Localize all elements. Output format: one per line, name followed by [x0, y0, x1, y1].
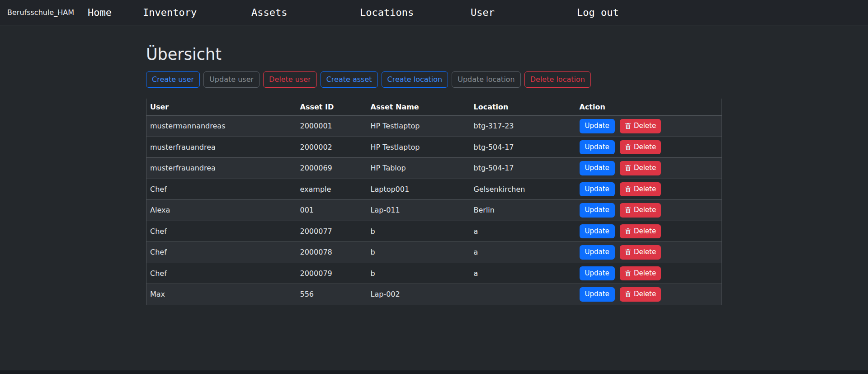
delete-button[interactable]: Delete — [620, 224, 661, 239]
trash-icon — [625, 228, 631, 235]
cell-user: Chef — [146, 179, 297, 200]
cell-user: musterfrauandrea — [146, 158, 297, 179]
cell-user: Chef — [146, 263, 297, 284]
nav-item-assets[interactable]: Assets — [251, 7, 360, 18]
delete-button[interactable]: Delete — [620, 245, 661, 260]
cell-location: Gelsenkirchen — [470, 179, 576, 200]
delete-button[interactable]: Delete — [620, 287, 661, 302]
trash-icon — [625, 249, 631, 256]
table-body: mustermannandreas 2000001 HP Testlaptop … — [146, 116, 722, 305]
delete-user-button[interactable]: Delete user — [263, 71, 317, 88]
update-button[interactable]: Update — [580, 119, 615, 133]
delete-button-label: Delete — [634, 185, 656, 194]
column-header-location: Location — [470, 99, 576, 116]
delete-location-button[interactable]: Delete location — [524, 71, 591, 88]
bottom-edge-strip — [0, 370, 868, 374]
assets-table: User Asset ID Asset Name Location Action… — [146, 99, 722, 305]
cell-location: a — [470, 242, 576, 263]
delete-button-label: Delete — [634, 122, 656, 131]
delete-button-label: Delete — [634, 248, 656, 257]
update-button[interactable]: Update — [580, 245, 615, 260]
cell-asset-id: 2000001 — [297, 116, 367, 137]
cell-location: a — [470, 263, 576, 284]
delete-button-label: Delete — [634, 269, 656, 278]
nav-item-user[interactable]: User — [471, 7, 577, 18]
update-button[interactable]: Update — [580, 266, 615, 281]
cell-location: Berlin — [470, 200, 576, 221]
delete-button[interactable]: Delete — [620, 161, 661, 175]
update-button[interactable]: Update — [580, 140, 615, 155]
table-row: musterfrauandrea 2000069 HP Tablop btg-5… — [146, 158, 722, 179]
nav-item-locations[interactable]: Locations — [360, 7, 471, 18]
create-asset-button[interactable]: Create asset — [321, 71, 378, 88]
nav-item-logout[interactable]: Log out — [577, 7, 619, 18]
cell-action: Update Delete — [576, 263, 722, 284]
delete-button-label: Delete — [634, 143, 656, 152]
table-row: Chef 2000078 b a Update Delete — [146, 242, 722, 263]
cell-asset-id: 2000002 — [297, 137, 367, 158]
table-row: Chef example Laptop001 Gelsenkirchen Upd… — [146, 179, 722, 200]
table-row: Chef 2000077 b a Update Delete — [146, 221, 722, 242]
trash-icon — [625, 165, 631, 171]
delete-button-label: Delete — [634, 164, 656, 173]
delete-button[interactable]: Delete — [620, 203, 661, 218]
cell-asset-name: Lap-011 — [367, 200, 470, 221]
update-button[interactable]: Update — [580, 182, 615, 197]
cell-asset-name: HP Testlaptop — [367, 116, 470, 137]
cell-asset-id: 2000079 — [297, 263, 367, 284]
update-location-button[interactable]: Update location — [452, 71, 521, 88]
table-row: musterfrauandrea 2000002 HP Testlaptop b… — [146, 137, 722, 158]
cell-asset-id: 2000069 — [297, 158, 367, 179]
cell-user: Alexa — [146, 200, 297, 221]
create-user-button[interactable]: Create user — [146, 71, 200, 88]
column-header-action: Action — [576, 99, 722, 116]
cell-user: musterfrauandrea — [146, 137, 297, 158]
page-title: Übersicht — [146, 45, 722, 63]
navbar-brand[interactable]: Berufsschule_HAM — [7, 8, 74, 17]
cell-asset-name: HP Testlaptop — [367, 137, 470, 158]
delete-button-label: Delete — [634, 290, 656, 299]
cell-location: a — [470, 221, 576, 242]
cell-asset-name: b — [367, 263, 470, 284]
update-button[interactable]: Update — [580, 203, 615, 218]
create-location-button[interactable]: Create location — [382, 71, 448, 88]
update-user-button[interactable]: Update user — [203, 71, 259, 88]
cell-user: mustermannandreas — [146, 116, 297, 137]
delete-button[interactable]: Delete — [620, 119, 661, 133]
update-button[interactable]: Update — [580, 224, 615, 239]
delete-button-label: Delete — [634, 227, 656, 236]
cell-action: Update Delete — [576, 200, 722, 221]
cell-asset-id: 001 — [297, 200, 367, 221]
column-header-asset-name: Asset Name — [367, 99, 470, 116]
trash-icon — [625, 186, 631, 193]
table-row: mustermannandreas 2000001 HP Testlaptop … — [146, 116, 722, 137]
cell-action: Update Delete — [576, 284, 722, 305]
trash-icon — [625, 207, 631, 213]
delete-button[interactable]: Delete — [620, 266, 661, 281]
delete-button[interactable]: Delete — [620, 182, 661, 197]
cell-action: Update Delete — [576, 158, 722, 179]
update-button[interactable]: Update — [580, 287, 615, 302]
table-header-row: User Asset ID Asset Name Location Action — [146, 99, 722, 116]
nav-item-home[interactable]: Home — [88, 7, 143, 18]
cell-asset-id: 2000077 — [297, 221, 367, 242]
toolbar: Create user Update user Delete user Crea… — [146, 71, 722, 88]
cell-action: Update Delete — [576, 137, 722, 158]
navbar: Berufsschule_HAM Home Inventory Assets L… — [0, 0, 868, 25]
cell-location: btg-504-17 — [470, 137, 576, 158]
table-header: User Asset ID Asset Name Location Action — [146, 99, 722, 116]
cell-user: Max — [146, 284, 297, 305]
cell-asset-name: Laptop001 — [367, 179, 470, 200]
table-row: Chef 2000079 b a Update Delete — [146, 263, 722, 284]
delete-button[interactable]: Delete — [620, 140, 661, 155]
cell-asset-name: b — [367, 221, 470, 242]
cell-asset-name: HP Tablop — [367, 158, 470, 179]
column-header-user: User — [146, 99, 297, 116]
nav-item-inventory[interactable]: Inventory — [143, 7, 251, 18]
cell-asset-id: example — [297, 179, 367, 200]
cell-action: Update Delete — [576, 221, 722, 242]
cell-user: Chef — [146, 242, 297, 263]
cell-action: Update Delete — [576, 179, 722, 200]
update-button[interactable]: Update — [580, 161, 615, 175]
cell-asset-id: 556 — [297, 284, 367, 305]
